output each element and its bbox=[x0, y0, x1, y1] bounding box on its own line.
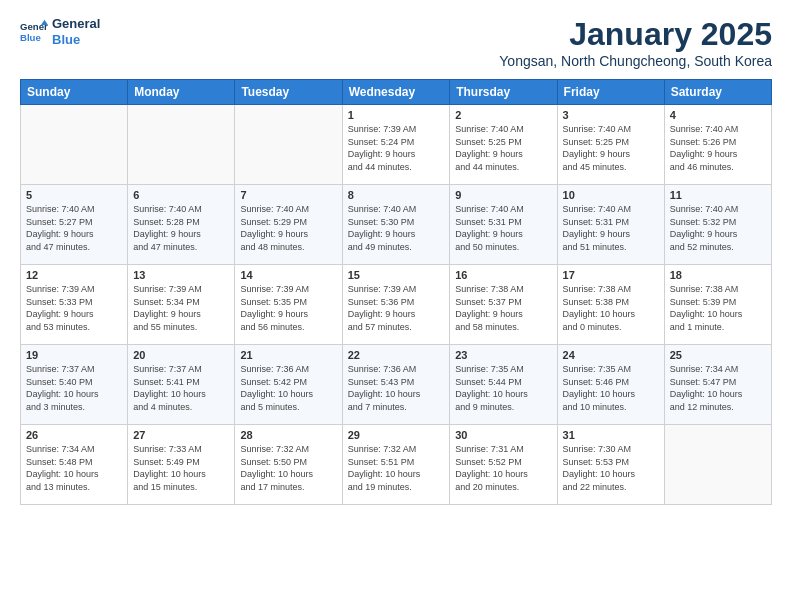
day-info: Sunrise: 7:36 AM Sunset: 5:43 PM Dayligh… bbox=[348, 363, 445, 413]
calendar-cell-w2-d1: 5Sunrise: 7:40 AM Sunset: 5:27 PM Daylig… bbox=[21, 185, 128, 265]
day-number: 13 bbox=[133, 269, 229, 281]
day-info: Sunrise: 7:35 AM Sunset: 5:44 PM Dayligh… bbox=[455, 363, 551, 413]
day-number: 31 bbox=[563, 429, 659, 441]
day-info: Sunrise: 7:39 AM Sunset: 5:24 PM Dayligh… bbox=[348, 123, 445, 173]
page-header: General Blue General Blue January 2025 Y… bbox=[20, 16, 772, 69]
calendar-cell-w3-d5: 16Sunrise: 7:38 AM Sunset: 5:37 PM Dayli… bbox=[450, 265, 557, 345]
day-number: 3 bbox=[563, 109, 659, 121]
calendar-cell-w4-d6: 24Sunrise: 7:35 AM Sunset: 5:46 PM Dayli… bbox=[557, 345, 664, 425]
day-info: Sunrise: 7:31 AM Sunset: 5:52 PM Dayligh… bbox=[455, 443, 551, 493]
calendar-cell-w4-d1: 19Sunrise: 7:37 AM Sunset: 5:40 PM Dayli… bbox=[21, 345, 128, 425]
day-info: Sunrise: 7:38 AM Sunset: 5:38 PM Dayligh… bbox=[563, 283, 659, 333]
header-wednesday: Wednesday bbox=[342, 80, 450, 105]
calendar-cell-w3-d6: 17Sunrise: 7:38 AM Sunset: 5:38 PM Dayli… bbox=[557, 265, 664, 345]
day-number: 19 bbox=[26, 349, 122, 361]
calendar-title: January 2025 bbox=[499, 16, 772, 53]
calendar-cell-w2-d6: 10Sunrise: 7:40 AM Sunset: 5:31 PM Dayli… bbox=[557, 185, 664, 265]
day-info: Sunrise: 7:30 AM Sunset: 5:53 PM Dayligh… bbox=[563, 443, 659, 493]
logo: General Blue General Blue bbox=[20, 16, 100, 47]
day-number: 9 bbox=[455, 189, 551, 201]
svg-text:Blue: Blue bbox=[20, 31, 41, 42]
day-info: Sunrise: 7:40 AM Sunset: 5:25 PM Dayligh… bbox=[455, 123, 551, 173]
day-number: 5 bbox=[26, 189, 122, 201]
day-info: Sunrise: 7:39 AM Sunset: 5:35 PM Dayligh… bbox=[240, 283, 336, 333]
calendar-week-3: 12Sunrise: 7:39 AM Sunset: 5:33 PM Dayli… bbox=[21, 265, 772, 345]
day-info: Sunrise: 7:32 AM Sunset: 5:51 PM Dayligh… bbox=[348, 443, 445, 493]
calendar-cell-w2-d5: 9Sunrise: 7:40 AM Sunset: 5:31 PM Daylig… bbox=[450, 185, 557, 265]
day-number: 4 bbox=[670, 109, 766, 121]
calendar-week-4: 19Sunrise: 7:37 AM Sunset: 5:40 PM Dayli… bbox=[21, 345, 772, 425]
day-info: Sunrise: 7:40 AM Sunset: 5:31 PM Dayligh… bbox=[455, 203, 551, 253]
header-sunday: Sunday bbox=[21, 80, 128, 105]
calendar-cell-w4-d2: 20Sunrise: 7:37 AM Sunset: 5:41 PM Dayli… bbox=[128, 345, 235, 425]
calendar-cell-w3-d2: 13Sunrise: 7:39 AM Sunset: 5:34 PM Dayli… bbox=[128, 265, 235, 345]
day-number: 16 bbox=[455, 269, 551, 281]
day-number: 23 bbox=[455, 349, 551, 361]
calendar-cell-w2-d7: 11Sunrise: 7:40 AM Sunset: 5:32 PM Dayli… bbox=[664, 185, 771, 265]
day-number: 29 bbox=[348, 429, 445, 441]
logo-icon: General Blue bbox=[20, 18, 48, 46]
day-number: 27 bbox=[133, 429, 229, 441]
day-info: Sunrise: 7:37 AM Sunset: 5:41 PM Dayligh… bbox=[133, 363, 229, 413]
calendar-header-row: Sunday Monday Tuesday Wednesday Thursday… bbox=[21, 80, 772, 105]
calendar-cell-w2-d4: 8Sunrise: 7:40 AM Sunset: 5:30 PM Daylig… bbox=[342, 185, 450, 265]
calendar-cell-w1-d7: 4Sunrise: 7:40 AM Sunset: 5:26 PM Daylig… bbox=[664, 105, 771, 185]
calendar-cell-w1-d6: 3Sunrise: 7:40 AM Sunset: 5:25 PM Daylig… bbox=[557, 105, 664, 185]
calendar-cell-w3-d3: 14Sunrise: 7:39 AM Sunset: 5:35 PM Dayli… bbox=[235, 265, 342, 345]
calendar-cell-w1-d2 bbox=[128, 105, 235, 185]
header-thursday: Thursday bbox=[450, 80, 557, 105]
header-tuesday: Tuesday bbox=[235, 80, 342, 105]
day-info: Sunrise: 7:37 AM Sunset: 5:40 PM Dayligh… bbox=[26, 363, 122, 413]
day-number: 24 bbox=[563, 349, 659, 361]
day-info: Sunrise: 7:36 AM Sunset: 5:42 PM Dayligh… bbox=[240, 363, 336, 413]
header-saturday: Saturday bbox=[664, 80, 771, 105]
calendar-cell-w4-d7: 25Sunrise: 7:34 AM Sunset: 5:47 PM Dayli… bbox=[664, 345, 771, 425]
day-number: 7 bbox=[240, 189, 336, 201]
day-info: Sunrise: 7:40 AM Sunset: 5:32 PM Dayligh… bbox=[670, 203, 766, 253]
calendar-week-2: 5Sunrise: 7:40 AM Sunset: 5:27 PM Daylig… bbox=[21, 185, 772, 265]
day-number: 1 bbox=[348, 109, 445, 121]
calendar-cell-w4-d4: 22Sunrise: 7:36 AM Sunset: 5:43 PM Dayli… bbox=[342, 345, 450, 425]
day-info: Sunrise: 7:38 AM Sunset: 5:37 PM Dayligh… bbox=[455, 283, 551, 333]
day-info: Sunrise: 7:40 AM Sunset: 5:27 PM Dayligh… bbox=[26, 203, 122, 253]
day-number: 25 bbox=[670, 349, 766, 361]
day-info: Sunrise: 7:40 AM Sunset: 5:26 PM Dayligh… bbox=[670, 123, 766, 173]
day-info: Sunrise: 7:40 AM Sunset: 5:31 PM Dayligh… bbox=[563, 203, 659, 253]
calendar-cell-w1-d4: 1Sunrise: 7:39 AM Sunset: 5:24 PM Daylig… bbox=[342, 105, 450, 185]
calendar-cell-w5-d5: 30Sunrise: 7:31 AM Sunset: 5:52 PM Dayli… bbox=[450, 425, 557, 505]
day-info: Sunrise: 7:40 AM Sunset: 5:29 PM Dayligh… bbox=[240, 203, 336, 253]
day-info: Sunrise: 7:40 AM Sunset: 5:25 PM Dayligh… bbox=[563, 123, 659, 173]
calendar-cell-w5-d2: 27Sunrise: 7:33 AM Sunset: 5:49 PM Dayli… bbox=[128, 425, 235, 505]
calendar-cell-w5-d4: 29Sunrise: 7:32 AM Sunset: 5:51 PM Dayli… bbox=[342, 425, 450, 505]
day-number: 15 bbox=[348, 269, 445, 281]
calendar-cell-w3-d4: 15Sunrise: 7:39 AM Sunset: 5:36 PM Dayli… bbox=[342, 265, 450, 345]
day-number: 14 bbox=[240, 269, 336, 281]
day-info: Sunrise: 7:34 AM Sunset: 5:47 PM Dayligh… bbox=[670, 363, 766, 413]
day-number: 18 bbox=[670, 269, 766, 281]
day-info: Sunrise: 7:40 AM Sunset: 5:28 PM Dayligh… bbox=[133, 203, 229, 253]
calendar-cell-w5-d1: 26Sunrise: 7:34 AM Sunset: 5:48 PM Dayli… bbox=[21, 425, 128, 505]
calendar-cell-w2-d3: 7Sunrise: 7:40 AM Sunset: 5:29 PM Daylig… bbox=[235, 185, 342, 265]
calendar-cell-w3-d1: 12Sunrise: 7:39 AM Sunset: 5:33 PM Dayli… bbox=[21, 265, 128, 345]
day-info: Sunrise: 7:35 AM Sunset: 5:46 PM Dayligh… bbox=[563, 363, 659, 413]
day-number: 8 bbox=[348, 189, 445, 201]
calendar-week-5: 26Sunrise: 7:34 AM Sunset: 5:48 PM Dayli… bbox=[21, 425, 772, 505]
calendar-week-1: 1Sunrise: 7:39 AM Sunset: 5:24 PM Daylig… bbox=[21, 105, 772, 185]
calendar-table: Sunday Monday Tuesday Wednesday Thursday… bbox=[20, 79, 772, 505]
calendar-cell-w3-d7: 18Sunrise: 7:38 AM Sunset: 5:39 PM Dayli… bbox=[664, 265, 771, 345]
day-number: 10 bbox=[563, 189, 659, 201]
day-number: 2 bbox=[455, 109, 551, 121]
day-number: 11 bbox=[670, 189, 766, 201]
calendar-cell-w5-d7 bbox=[664, 425, 771, 505]
calendar-cell-w1-d1 bbox=[21, 105, 128, 185]
day-number: 17 bbox=[563, 269, 659, 281]
day-info: Sunrise: 7:38 AM Sunset: 5:39 PM Dayligh… bbox=[670, 283, 766, 333]
day-info: Sunrise: 7:39 AM Sunset: 5:36 PM Dayligh… bbox=[348, 283, 445, 333]
day-number: 28 bbox=[240, 429, 336, 441]
calendar-cell-w4-d5: 23Sunrise: 7:35 AM Sunset: 5:44 PM Dayli… bbox=[450, 345, 557, 425]
header-monday: Monday bbox=[128, 80, 235, 105]
calendar-cell-w5-d3: 28Sunrise: 7:32 AM Sunset: 5:50 PM Dayli… bbox=[235, 425, 342, 505]
day-number: 21 bbox=[240, 349, 336, 361]
calendar-cell-w2-d2: 6Sunrise: 7:40 AM Sunset: 5:28 PM Daylig… bbox=[128, 185, 235, 265]
day-info: Sunrise: 7:32 AM Sunset: 5:50 PM Dayligh… bbox=[240, 443, 336, 493]
